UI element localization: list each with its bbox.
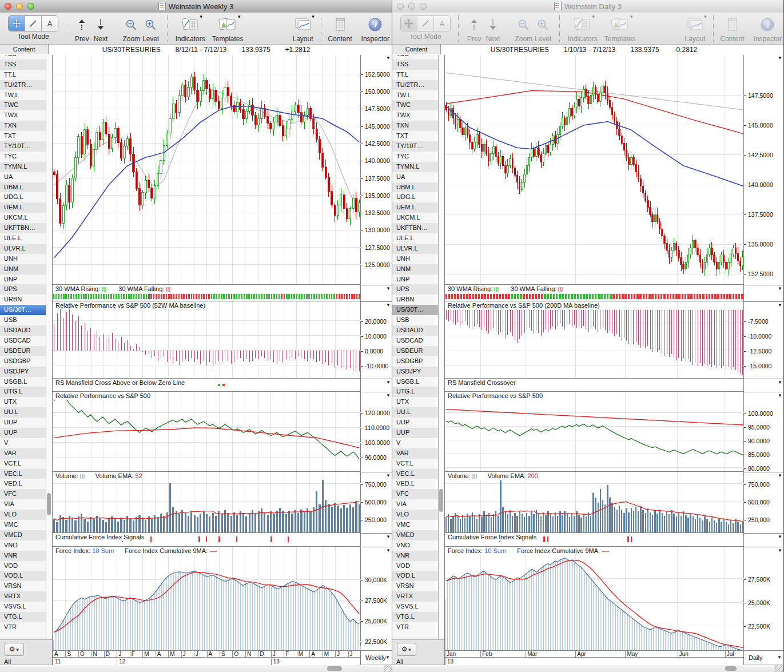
vertical-scroll-thumb[interactable] (47, 493, 51, 515)
list-item[interactable]: URBN (392, 295, 438, 305)
list-item[interactable]: VRTX (0, 591, 46, 602)
list-item[interactable]: VNO (392, 540, 438, 551)
list-item[interactable]: US/30T… (392, 305, 438, 315)
pane-menu-caret[interactable]: ▼ (386, 548, 391, 553)
list-item[interactable]: UTG.L (0, 387, 46, 397)
list-item[interactable]: TU/2TR… (0, 80, 46, 90)
pane-menu-caret[interactable]: ▼ (778, 286, 782, 291)
rp_hist-pane[interactable] (445, 301, 744, 379)
symbol-list[interactable]: TSOTSSTT.LTU/2TR…TW.LTWCTWXTXNTXTTY/10T…… (392, 55, 439, 639)
list-item[interactable]: UUP (392, 417, 438, 428)
zoom-in-button[interactable]: Level (142, 15, 159, 43)
list-item[interactable]: TXT (0, 131, 46, 141)
prev-button[interactable]: Prev (467, 15, 481, 43)
list-item[interactable]: UBM.L (392, 182, 438, 193)
list-item[interactable]: TW.L (392, 90, 438, 101)
pane-menu-caret[interactable]: ▼ (778, 55, 782, 61)
chart-panes[interactable]: 30 WMA Rising: 30 WMA Falling: Relative … (52, 55, 361, 650)
list-item[interactable]: UKCM.L (0, 213, 46, 223)
templates-button[interactable]: ▼ Templates (212, 15, 244, 43)
pane-menu-caret[interactable]: ▼ (386, 534, 391, 539)
list-item[interactable]: UA (392, 172, 438, 182)
list-item[interactable]: UEM.L (392, 202, 438, 213)
pane-menu-caret[interactable]: ▼ (778, 548, 782, 553)
list-item[interactable]: VTR (392, 622, 438, 633)
layout-button[interactable]: ▼ Layout (684, 15, 705, 43)
list-item[interactable]: VLO (0, 510, 46, 520)
list-item[interactable]: UTX (392, 397, 438, 407)
list-item[interactable]: TYMN.L (0, 162, 46, 172)
rp_hist-pane[interactable] (53, 301, 361, 379)
periodicity-selector[interactable]: Weekly▼ (360, 650, 392, 665)
rp_line-pane[interactable] (445, 392, 744, 472)
list-item[interactable]: UTX (0, 397, 46, 407)
list-item[interactable]: UUP (0, 428, 46, 438)
list-item[interactable]: VNR (0, 551, 46, 561)
list-item[interactable]: UNH (392, 254, 438, 264)
list-item[interactable]: VSVS.L (0, 602, 46, 612)
content-tab[interactable]: Content (0, 45, 49, 54)
list-item[interactable]: UNM (392, 264, 438, 275)
tool-line-button[interactable] (417, 16, 433, 31)
list-item[interactable]: ULE.L (0, 233, 46, 244)
titlebar[interactable]: Weinstein Daily 3 (392, 0, 783, 13)
list-item[interactable]: USDJPY (0, 367, 46, 377)
list-item[interactable]: TU/2TR… (392, 80, 438, 90)
horizontal-scrollbar[interactable] (0, 665, 385, 672)
list-item[interactable]: TSS (392, 59, 438, 70)
horizontal-scroll-thumb[interactable] (327, 666, 342, 671)
vertical-scroll-thumb[interactable] (439, 489, 443, 512)
list-item[interactable]: ULE.L (392, 233, 438, 244)
layout-button[interactable]: ▼ Layout (292, 15, 313, 43)
list-item[interactable]: TXN (0, 121, 46, 131)
list-item[interactable]: URBN (0, 295, 46, 305)
list-item[interactable]: TXN (392, 121, 438, 131)
list-item[interactable]: UKCM.L (392, 213, 438, 223)
list-item[interactable]: TXT (392, 131, 438, 141)
list-item[interactable]: VOD (392, 561, 438, 571)
list-item[interactable]: UDG.L (0, 192, 46, 202)
list-item[interactable]: VNO (0, 540, 46, 551)
action-gear-button[interactable]: ⚙▼ (5, 643, 24, 656)
list-item[interactable]: UEM.L (0, 202, 46, 213)
pane-menu-caret[interactable]: ▼ (386, 473, 391, 478)
indicators-button[interactable]: ▼ Indicators (176, 15, 205, 43)
list-item[interactable]: VMED (392, 530, 438, 540)
zoom-in-button[interactable]: Level (535, 15, 551, 43)
next-button[interactable]: Next (94, 15, 108, 43)
pane-menu-caret[interactable]: ▼ (386, 380, 391, 385)
list-item[interactable]: TWX (392, 110, 438, 121)
list-item[interactable]: VFC (392, 489, 438, 499)
list-item[interactable]: UNH (0, 254, 46, 264)
list-item[interactable]: UNP (392, 275, 438, 285)
pane-menu-caret[interactable]: ▼ (778, 534, 782, 539)
tool-text-button[interactable]: A (433, 16, 450, 31)
content-button[interactable]: Content (328, 15, 352, 43)
list-item[interactable]: TW.L (0, 90, 46, 101)
list-item[interactable]: TSS (0, 59, 46, 70)
list-item[interactable]: TSO (0, 55, 46, 59)
list-item[interactable]: VTG.L (0, 612, 46, 622)
templates-button[interactable]: ▼ Templates (604, 15, 636, 43)
list-item[interactable]: VLO (392, 510, 438, 520)
list-item[interactable]: UPS (0, 284, 46, 295)
rp_line-pane[interactable] (53, 392, 361, 472)
tool-line-button[interactable] (25, 16, 41, 31)
list-item[interactable]: UUP (0, 417, 46, 428)
action-gear-button[interactable]: ⚙▼ (397, 643, 416, 656)
list-item[interactable]: VOD.L (0, 571, 46, 581)
list-item[interactable]: UKFTBN… (0, 223, 46, 233)
list-item[interactable]: ULVR.L (392, 244, 438, 254)
list-item[interactable]: USDCAD (392, 336, 438, 346)
tool-move-button[interactable] (401, 16, 417, 31)
titlebar[interactable]: Weinstein Weekly 3 (0, 0, 392, 13)
list-item[interactable]: VMC (392, 520, 438, 530)
list-item[interactable]: VEC.L (392, 469, 438, 479)
tool-move-button[interactable] (9, 16, 25, 31)
inspector-button[interactable]: i Inspector (754, 15, 782, 43)
list-item[interactable]: VSVS.L (392, 602, 438, 612)
chart-panes[interactable]: 30 WMA Rising: 30 WMA Falling: Relative … (444, 55, 744, 650)
list-item[interactable]: VRSN (392, 581, 438, 591)
pane-menu-caret[interactable]: ▼ (778, 393, 782, 398)
list-item[interactable]: UTG.L (392, 387, 438, 397)
